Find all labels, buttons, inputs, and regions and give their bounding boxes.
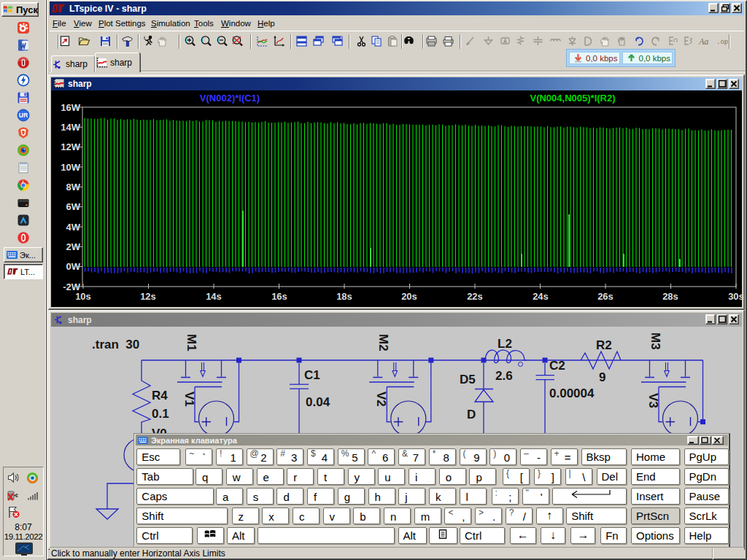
svg-text:UR: UR <box>19 112 28 119</box>
svg-text:D5: D5 <box>460 373 476 386</box>
svg-text:26s: 26s <box>597 291 614 302</box>
svg-text:0.1: 0.1 <box>152 407 169 421</box>
svg-text:R4: R4 <box>152 389 168 402</box>
svg-text:.op: .op <box>716 39 728 46</box>
svg-text:M1: M1 <box>185 334 198 351</box>
svg-text:30s: 30s <box>728 291 744 302</box>
svg-text:28s: 28s <box>662 291 678 302</box>
svg-text:2.6: 2.6 <box>495 369 513 383</box>
svg-text:22s: 22s <box>467 291 483 302</box>
svg-text:16s: 16s <box>271 291 287 302</box>
svg-text:V2: V2 <box>374 392 388 407</box>
svg-text:.tran 30: .tran 30 <box>92 338 139 351</box>
svg-text:18s: 18s <box>336 291 352 302</box>
svg-text:10s: 10s <box>75 291 91 302</box>
svg-text:0.00004: 0.00004 <box>549 386 595 400</box>
svg-text:M2: M2 <box>376 334 390 351</box>
svg-text:R2: R2 <box>596 338 612 352</box>
svg-text:C2: C2 <box>549 359 565 373</box>
svg-text:D: D <box>467 408 476 421</box>
svg-text:L2: L2 <box>498 337 512 351</box>
svg-text:12s: 12s <box>140 291 156 302</box>
svg-text:14s: 14s <box>206 291 222 302</box>
svg-text:V3: V3 <box>646 393 660 408</box>
svg-text:9: 9 <box>599 370 605 384</box>
svg-text:0.04: 0.04 <box>306 395 330 409</box>
svg-text:V1: V1 <box>182 392 196 407</box>
svg-text:20s: 20s <box>401 291 417 302</box>
svg-text:C1: C1 <box>304 368 320 382</box>
svg-text:Aa: Aa <box>698 36 708 47</box>
svg-text:M3: M3 <box>649 332 662 350</box>
svg-text:V(N002)*I(C1): V(N002)*I(C1) <box>200 93 260 104</box>
svg-text:V(N004,N005)*I(R2): V(N004,N005)*I(R2) <box>530 93 615 104</box>
svg-text:24s: 24s <box>533 291 549 302</box>
